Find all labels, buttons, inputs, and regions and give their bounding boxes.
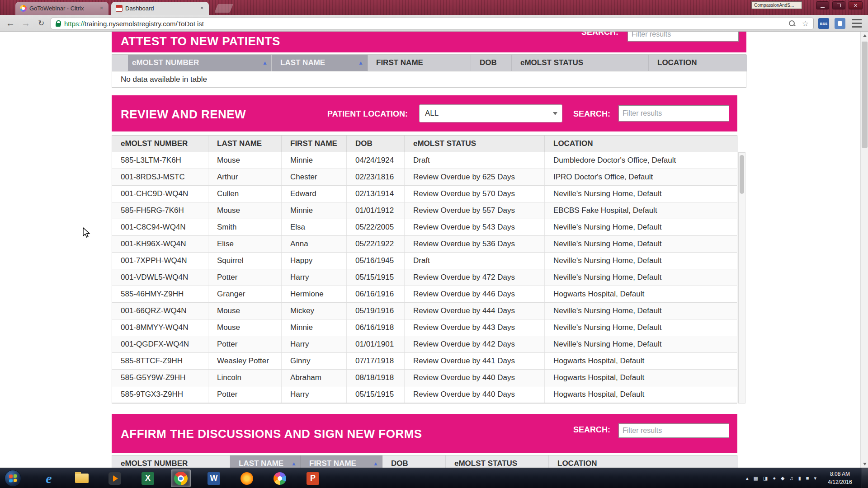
url-text: https://training.nysemolstregistry.com/T…: [64, 20, 788, 28]
tray-icon[interactable]: ▦: [754, 476, 758, 481]
taskbar-internet-explorer-button[interactable]: [39, 469, 59, 487]
column-header-emolst-number[interactable]: eMOLST NUMBER: [112, 455, 230, 468]
cell-emolst-number: 001-7XPPH-WQ4N: [112, 253, 208, 269]
attest-search-input[interactable]: [627, 32, 739, 42]
column-header-first-name[interactable]: FIRST NAME: [282, 136, 347, 152]
table-row: 001-7XPPH-WQ4N Squirrel Happy 05/16/1945…: [112, 253, 737, 269]
column-header-location[interactable]: LOCATION: [545, 136, 738, 152]
secure-padlock-icon[interactable]: [56, 20, 61, 27]
session-label-text: CompassionAndS...: [754, 3, 794, 8]
attest-title: ATTEST TO NEW PATIENTS: [121, 34, 280, 48]
cell-emolst-status: Review Overdue by 440 Days: [405, 370, 545, 386]
chrome-menu-icon[interactable]: [852, 19, 862, 28]
cell-emolst-number: 585-46HMY-Z9HH: [112, 286, 208, 302]
review-table-scrollbar[interactable]: [738, 152, 745, 404]
page-scrollbar[interactable]: [860, 32, 868, 468]
taskbar-word-button[interactable]: [204, 469, 224, 487]
taskbar: ▴ ▦ ◨ ● ◆ ♫ ▮ ■ ▾ 8:08 AM 4/12/2016: [0, 468, 868, 488]
taskbar-powerpoint-button[interactable]: [303, 469, 323, 487]
column-header-emolst-status[interactable]: eMOLST STATUS: [446, 455, 549, 468]
show-desktop-button[interactable]: [862, 468, 868, 488]
column-header-emolst-status[interactable]: eMOLST STATUS: [512, 55, 649, 71]
tray-icon[interactable]: ▮: [798, 476, 801, 481]
start-button[interactable]: [5, 470, 21, 487]
column-header-dob[interactable]: DOB: [347, 136, 405, 152]
table-row: 585-L3LTM-7K6H Mouse Minnie 04/24/1924 D…: [112, 152, 737, 169]
scrollbar-thumb[interactable]: [740, 155, 744, 194]
column-header-first-name[interactable]: FIRST NAME: [301, 455, 382, 468]
tray-icon[interactable]: ■: [806, 476, 809, 481]
extension-icon[interactable]: [835, 18, 845, 29]
scroll-up-icon[interactable]: [861, 32, 868, 39]
taskbar-media-player-button[interactable]: [105, 469, 125, 487]
column-header-last-name[interactable]: LAST NAME: [230, 455, 301, 468]
new-tab-button[interactable]: [214, 4, 233, 13]
table-row: 001-CHC9D-WQ4N Cullen Edward 02/13/1914 …: [112, 186, 737, 202]
cell-emolst-status: Draft: [405, 253, 545, 269]
attest-section-header: ATTEST TO NEW PATIENTS SEARCH:: [112, 32, 746, 52]
column-header-dob[interactable]: DOB: [382, 455, 446, 468]
cell-first-name: Harry: [282, 336, 347, 352]
column-header-last-name[interactable]: LAST NAME: [272, 55, 368, 71]
column-header-emolst-number[interactable]: eMOLST NUMBER: [112, 55, 272, 71]
column-header-last-name[interactable]: LAST NAME: [208, 136, 282, 152]
tab-dashboard[interactable]: Dashboard: [111, 2, 209, 15]
taskbar-gotomeeting-button[interactable]: [270, 469, 290, 487]
tray-icon[interactable]: ◆: [781, 476, 784, 481]
scrollbar-thumb[interactable]: [862, 42, 868, 148]
column-header-location[interactable]: LOCATION: [549, 455, 738, 468]
affirm-table: eMOLST NUMBER LAST NAME FIRST NAME DOB e…: [112, 455, 737, 468]
column-header-emolst-status[interactable]: eMOLST STATUS: [405, 136, 545, 152]
taskbar-explorer-button[interactable]: [72, 469, 92, 487]
cell-last-name: Smith: [208, 219, 282, 235]
column-header-first-name[interactable]: FIRST NAME: [368, 55, 471, 71]
column-header-emolst-number[interactable]: eMOLST NUMBER: [112, 136, 208, 152]
show-hidden-icons-icon[interactable]: ▴: [746, 476, 749, 481]
scroll-down-icon[interactable]: [861, 460, 868, 468]
reload-button[interactable]: [34, 17, 48, 30]
minimize-button[interactable]: [816, 1, 829, 9]
taskbar-clock[interactable]: 8:08 AM 4/12/2016: [823, 470, 857, 486]
column-header-dob[interactable]: DOB: [471, 55, 512, 71]
taskbar-chrome-button[interactable]: [171, 469, 191, 487]
cell-dob: 05/22/2005: [347, 219, 405, 235]
column-label: eMOLST NUMBER: [121, 139, 188, 148]
column-label: LAST NAME: [217, 139, 262, 148]
address-bar[interactable]: https://training.nysemolstregistry.com/T…: [51, 18, 814, 29]
patient-location-select[interactable]: ALL: [419, 104, 562, 122]
review-table: eMOLST NUMBER LAST NAME FIRST NAME DOB e…: [112, 135, 737, 404]
cell-location: Neville's Nursing Home, Default: [545, 253, 738, 269]
column-label: eMOLST STATUS: [520, 58, 583, 67]
cell-dob: 07/17/1918: [347, 353, 405, 369]
close-button[interactable]: [849, 1, 863, 9]
tab-close-icon[interactable]: [98, 5, 105, 12]
tray-icon[interactable]: ◨: [763, 476, 768, 481]
review-search-input[interactable]: [618, 105, 729, 122]
bookmark-star-icon[interactable]: [802, 19, 809, 28]
tray-icon[interactable]: ●: [773, 476, 776, 481]
cell-location: Hogwarts Hospital, Default: [545, 386, 738, 403]
tray-icon[interactable]: ▾: [814, 476, 816, 481]
pinwheel-app-icon: [274, 472, 286, 485]
cell-dob: 02/23/1816: [347, 169, 405, 185]
column-label: eMOLST NUMBER: [132, 58, 199, 67]
tray-icon[interactable]: ♫: [790, 476, 793, 481]
taskbar-excel-button[interactable]: [138, 469, 158, 487]
sort-ascending-icon: [358, 60, 363, 66]
affirm-search-input[interactable]: [618, 423, 729, 438]
cell-location: Neville's Nursing Home, Default: [545, 186, 738, 202]
table-row: 585-46HMY-Z9HH Granger Hermione 06/16/19…: [112, 286, 737, 303]
folder-icon: [75, 474, 89, 483]
tab-gotowebinar[interactable]: GoToWebinar - Citrix: [15, 2, 108, 15]
forward-button[interactable]: [19, 17, 33, 30]
column-header-location[interactable]: LOCATION: [649, 55, 747, 71]
column-label: DOB: [391, 459, 408, 468]
extension-bss-icon[interactable]: BSS: [818, 18, 829, 29]
zoom-icon[interactable]: [788, 20, 796, 27]
taskbar-app-button[interactable]: [237, 469, 257, 487]
back-button[interactable]: [4, 17, 17, 30]
maximize-button[interactable]: [832, 1, 845, 9]
cell-last-name: Arthur: [208, 169, 282, 185]
tab-close-icon[interactable]: [198, 5, 205, 12]
chevron-down-icon: [553, 112, 557, 115]
